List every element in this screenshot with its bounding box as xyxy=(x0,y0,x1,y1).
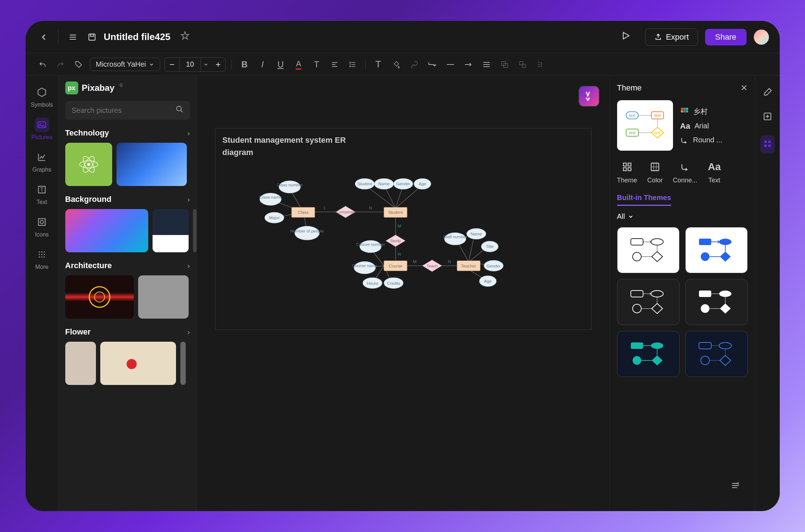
theme-card-white-black[interactable] xyxy=(617,227,679,273)
ai-assistant-button[interactable] xyxy=(579,86,599,107)
svg-text:Class number: Class number xyxy=(277,182,303,187)
font-size-dropdown-button[interactable] xyxy=(201,58,211,71)
theme-card-dark-filled[interactable] xyxy=(685,279,748,325)
close-button[interactable]: ✕ xyxy=(740,83,748,93)
arrange-icon xyxy=(537,61,545,68)
svg-rect-1 xyxy=(90,34,93,36)
underline-button[interactable]: U xyxy=(274,58,287,71)
svg-point-21 xyxy=(41,256,43,258)
thumbnail-partial[interactable] xyxy=(193,209,197,252)
thumbnail-buildings[interactable] xyxy=(138,275,189,319)
tab-text[interactable]: Aa Text xyxy=(708,160,721,184)
align-button[interactable] xyxy=(328,58,342,71)
share-button[interactable]: Share xyxy=(705,29,747,45)
theme-nav-button[interactable] xyxy=(760,136,775,154)
canvas[interactable]: Student management system ER diagram xyxy=(197,76,610,511)
font-color-button[interactable]: A xyxy=(292,58,305,71)
thumbnail-poppy[interactable] xyxy=(100,342,176,385)
builtin-themes-header[interactable]: Built-in Themes xyxy=(617,194,671,206)
tab-theme[interactable]: Theme xyxy=(617,160,637,184)
arrange-button[interactable] xyxy=(534,58,547,71)
border-style-button[interactable] xyxy=(480,58,493,71)
diagram-title-line2: diagram xyxy=(223,148,584,157)
category-title: Architecture xyxy=(65,261,112,270)
tab-color[interactable]: Color xyxy=(647,160,663,184)
color-grid-icon xyxy=(680,107,689,116)
eraser-button[interactable] xyxy=(762,87,773,100)
favorite-button[interactable] xyxy=(180,31,190,43)
export-button[interactable]: Export xyxy=(645,28,698,46)
thumbnail-partial[interactable] xyxy=(180,342,186,385)
theme-grid-icon xyxy=(763,139,772,148)
nav-pictures[interactable]: Pictures xyxy=(31,118,52,141)
thumbnail-snowdrop[interactable] xyxy=(65,342,96,385)
text-insert-button[interactable]: T xyxy=(371,58,385,71)
menu-button[interactable] xyxy=(66,30,80,44)
chart-icon xyxy=(35,150,49,164)
category-title: Flower xyxy=(65,327,91,337)
font-family-select[interactable]: Microsoft YaHei xyxy=(90,58,160,71)
thumbnail-microscope[interactable] xyxy=(116,143,187,186)
theme-card-dark-white[interactable] xyxy=(617,279,679,325)
search-box[interactable] xyxy=(65,101,190,120)
pixabay-badge-icon: px xyxy=(65,81,78,94)
thumbnail-ferris[interactable] xyxy=(65,275,134,319)
category-flower: Flower › xyxy=(65,327,190,385)
category-header-architecture[interactable]: Architecture › xyxy=(65,261,190,270)
line-style-button[interactable] xyxy=(444,58,457,71)
undo-button[interactable] xyxy=(36,58,49,71)
nav-more[interactable]: More xyxy=(35,247,49,270)
current-theme-preview[interactable]: texttexttexttext xyxy=(617,100,673,151)
svg-rect-118 xyxy=(681,110,683,112)
align-icon xyxy=(331,61,339,68)
link-button[interactable] xyxy=(408,58,421,71)
svg-rect-0 xyxy=(89,34,95,40)
redo-icon xyxy=(57,61,65,68)
category-header-flower[interactable]: Flower › xyxy=(65,327,190,337)
font-size-increase-button[interactable]: + xyxy=(211,58,225,71)
insert-button[interactable] xyxy=(762,111,773,124)
svg-text:Hours: Hours xyxy=(367,281,378,285)
nav-symbols[interactable]: Symbols xyxy=(31,85,53,108)
file-title[interactable]: Untitled file425 xyxy=(104,31,171,43)
redo-button[interactable] xyxy=(54,58,67,71)
thumbnail-mountain[interactable] xyxy=(153,209,189,252)
nav-text[interactable]: T Text xyxy=(35,182,49,205)
italic-button[interactable]: I xyxy=(256,58,269,71)
category-header-background[interactable]: Background › xyxy=(65,195,190,204)
theme-card-navy-outline[interactable] xyxy=(685,331,748,377)
font-size-decrease-button[interactable]: − xyxy=(165,58,179,71)
connector-style-button[interactable] xyxy=(426,58,439,71)
category-header-technology[interactable]: Technology › xyxy=(65,128,190,138)
thumbnail-atom[interactable] xyxy=(65,143,112,186)
thumbnail-polygon[interactable] xyxy=(65,209,148,252)
tag-button[interactable] xyxy=(72,58,85,71)
theme-card-navy-teal[interactable] xyxy=(617,331,679,377)
format-panel-button[interactable] xyxy=(730,480,740,493)
group-button[interactable] xyxy=(498,58,511,71)
nav-graphs[interactable]: Graphs xyxy=(32,150,51,173)
save-icon[interactable] xyxy=(87,32,97,42)
nav-more-label: More xyxy=(35,264,48,270)
play-button[interactable] xyxy=(621,31,631,43)
font-size-value[interactable]: 10 xyxy=(179,58,201,71)
theme-font-row[interactable]: Aa Arial xyxy=(680,121,722,131)
ai-sparkle-icon xyxy=(584,91,594,102)
tab-connector[interactable]: Conne... xyxy=(673,160,698,184)
arrow-style-button[interactable] xyxy=(462,58,475,71)
text-effect-button[interactable]: T xyxy=(310,58,324,71)
ungroup-button[interactable] xyxy=(516,58,529,71)
nav-icons[interactable]: Icons xyxy=(35,215,49,238)
undo-icon xyxy=(39,61,47,68)
bold-button[interactable]: B xyxy=(238,58,251,71)
fill-button[interactable] xyxy=(390,58,403,71)
line-spacing-button[interactable] xyxy=(346,58,360,71)
er-diagram[interactable]: Student management system ER diagram xyxy=(215,128,591,330)
back-button[interactable] xyxy=(36,30,51,44)
theme-style-row[interactable]: 乡村 xyxy=(680,107,722,116)
user-avatar[interactable] xyxy=(754,30,769,45)
filter-all-dropdown[interactable]: All xyxy=(617,212,748,221)
theme-connector-row[interactable]: Round ... xyxy=(680,136,722,145)
theme-card-white-blue[interactable] xyxy=(685,227,748,273)
search-input[interactable] xyxy=(72,106,176,115)
